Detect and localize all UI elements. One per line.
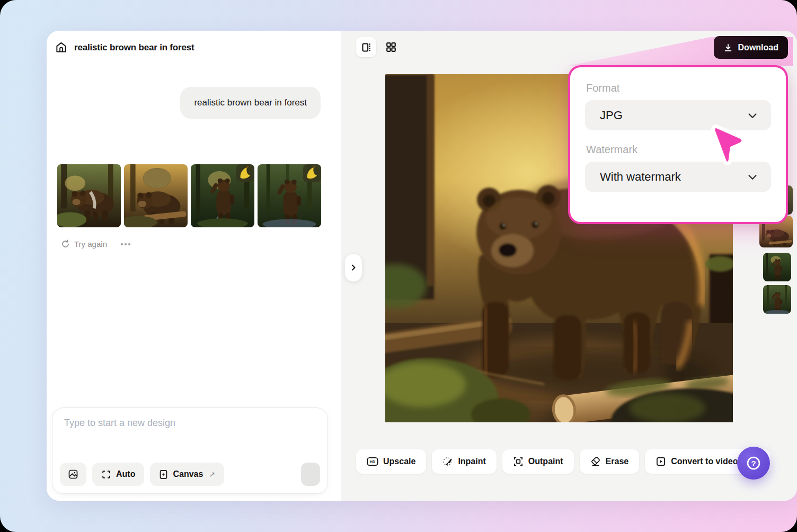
upscale-button[interactable]: HD Upscale [356,449,426,474]
single-view-toggle[interactable] [356,37,376,57]
refresh-icon [61,240,70,249]
inpaint-button[interactable]: Inpaint [432,449,496,474]
result-thumbnails [57,164,321,227]
svg-text:HD: HD [370,459,375,464]
erase-label: Erase [606,457,629,466]
external-link-arrow-icon: ↗ [209,470,215,478]
app-window: realistic brown bear in forest realistic… [0,0,797,532]
chevron-right-icon [350,264,357,271]
auto-label: Auto [116,469,135,479]
erase-button[interactable]: Erase [580,449,640,474]
banana-badge [236,164,254,182]
question-mark-icon: ? [746,455,761,471]
more-options-button[interactable] [121,243,130,245]
home-icon[interactable] [55,41,67,54]
new-design-input[interactable] [63,416,317,447]
canvas-panel: Download [341,31,797,501]
banana-badge [303,164,321,182]
grid-view-toggle[interactable] [384,40,398,55]
send-button[interactable] [301,463,320,486]
upscale-label: Upscale [383,457,415,466]
strip-thumbnail-4[interactable] [763,285,791,314]
user-prompt-bubble: realistic brown bear in forest [180,87,321,119]
try-again-label: Try again [74,240,107,249]
chat-panel: realistic brown bear in forest realistic… [47,31,341,501]
outpaint-frame-icon [513,456,524,467]
chevron-down-icon [747,110,758,121]
strip-thumbnail-3[interactable] [763,253,791,281]
watermark-label: Watermark [586,144,771,156]
eraser-icon [590,456,601,467]
auto-selection-icon [101,469,111,480]
auto-mode-button[interactable]: Auto [92,463,144,486]
result-thumbnail-1[interactable] [57,164,121,227]
chat-header: realistic brown bear in forest [55,41,194,54]
download-label: Download [738,43,778,52]
chevron-down-icon [747,171,758,183]
result-thumbnail-2[interactable] [124,164,188,227]
canvas-label: Canvas [173,469,203,479]
help-button[interactable]: ? [737,447,770,480]
format-select[interactable]: JPG [585,100,771,130]
canvas-icon [159,469,168,480]
result-thumbnail-3[interactable] [191,164,254,227]
inpaint-label: Inpaint [458,457,485,466]
watermark-value: With watermark [600,170,681,184]
try-again-button[interactable]: Try again [61,240,107,249]
video-play-icon [656,456,666,467]
expand-panel-button[interactable] [344,253,362,282]
add-image-button[interactable] [60,463,86,486]
edit-toolbar: HD Upscale Inpaint [356,449,771,474]
hd-icon: HD [367,457,378,466]
outpaint-label: Outpaint [528,457,563,466]
format-label: Format [586,82,771,94]
canvas-button[interactable]: Canvas ↗ [150,463,224,486]
outpaint-button[interactable]: Outpaint [502,449,574,474]
download-icon [723,43,733,52]
result-thumbnail-4[interactable] [258,164,321,227]
convert-to-video-label: Convert to video [671,457,738,466]
download-button[interactable]: Download [714,36,788,59]
inpaint-brush-icon [442,456,453,467]
watermark-select[interactable]: With watermark [585,162,771,192]
svg-text:?: ? [751,459,756,468]
format-value: JPG [600,109,623,122]
page-title: realistic brown bear in forest [74,42,194,53]
app-card: realistic brown bear in forest realistic… [47,31,797,501]
download-options-popup: Format JPG Watermark With watermark [568,65,788,224]
composer-card: Auto Canvas ↗ [52,407,328,494]
